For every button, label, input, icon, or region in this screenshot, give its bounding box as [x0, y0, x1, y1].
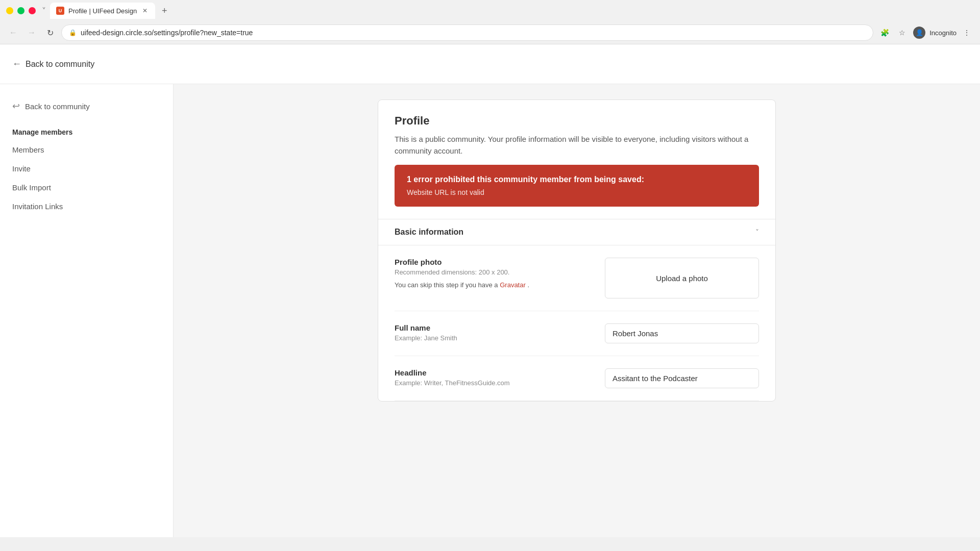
- main-content: Profile This is a public community. Your…: [174, 84, 980, 537]
- forward-nav-button[interactable]: →: [24, 26, 39, 40]
- headline-input-col: [605, 368, 759, 388]
- sidebar-item-invitation-links[interactable]: Invitation Links: [0, 197, 173, 216]
- new-tab-button[interactable]: +: [157, 4, 172, 18]
- browser-chrome: ˅ U Profile | UIFeed Design ✕ + ← → ↻ 🔒 …: [0, 0, 980, 44]
- gravatar-hint: You can skip this step if you have a Gra…: [395, 281, 589, 289]
- full-name-label-col: Full name Example: Jane Smith: [395, 323, 589, 342]
- refresh-button[interactable]: ↻: [43, 26, 57, 40]
- lock-icon: 🔒: [69, 29, 77, 36]
- incognito-icon: 👤: [913, 27, 925, 39]
- content-card: Profile This is a public community. Your…: [378, 99, 776, 402]
- back-nav-button[interactable]: ←: [6, 26, 20, 40]
- full-name-label: Full name: [395, 323, 589, 332]
- sidebar-item-members[interactable]: Members: [0, 140, 173, 159]
- chevron-down-icon: ˅: [755, 228, 759, 236]
- sidebar-back-link[interactable]: ↩ Back to community: [0, 96, 173, 122]
- gravatar-hint-prefix: You can skip this step if you have a: [395, 281, 500, 289]
- error-title: 1 error prohibited this community member…: [407, 175, 747, 184]
- close-button[interactable]: [29, 7, 36, 14]
- url-text: uifeed-design.circle.so/settings/profile…: [81, 29, 866, 37]
- upload-photo-label: Upload a photo: [656, 274, 708, 283]
- browser-toolbar: ← → ↻ 🔒 uifeed-design.circle.so/settings…: [0, 21, 980, 44]
- tab-close-button[interactable]: ✕: [141, 7, 149, 15]
- top-bar: ← Back to community: [0, 44, 980, 84]
- profile-photo-label-col: Profile photo Recommended dimensions: 20…: [395, 258, 589, 289]
- sidebar-item-bulk-import[interactable]: Bulk Import: [0, 178, 173, 197]
- back-arrow-icon: ←: [12, 59, 21, 69]
- gravatar-link[interactable]: Gravatar: [500, 281, 526, 289]
- error-detail: Website URL is not valid: [407, 188, 747, 196]
- minimize-button[interactable]: [6, 7, 13, 14]
- headline-hint: Example: Writer, TheFitnessGuide.com: [395, 379, 589, 387]
- headline-label-col: Headline Example: Writer, TheFitnessGuid…: [395, 368, 589, 387]
- full-name-input-col: [605, 323, 759, 343]
- card-header: Profile This is a public community. Your…: [378, 100, 775, 165]
- profile-button[interactable]: 👤: [912, 26, 926, 40]
- bookmark-button[interactable]: ☆: [895, 26, 909, 40]
- profile-photo-input-col: Upload a photo: [605, 258, 759, 298]
- card-title: Profile: [395, 114, 759, 128]
- page-wrapper: ← Back to community ↩ Back to community …: [0, 44, 980, 537]
- title-bar: ˅ U Profile | UIFeed Design ✕ +: [0, 0, 980, 21]
- sidebar-back-label: Back to community: [25, 102, 90, 111]
- upload-photo-button[interactable]: Upload a photo: [605, 258, 759, 298]
- full-name-input[interactable]: [605, 323, 759, 343]
- sidebar-back-icon: ↩: [12, 101, 20, 112]
- profile-photo-row: Profile photo Recommended dimensions: 20…: [395, 245, 759, 311]
- tab-overflow-icon: ˅: [42, 6, 46, 16]
- basic-info-title: Basic information: [395, 228, 463, 237]
- basic-info-section-header[interactable]: Basic information ˅: [378, 219, 775, 245]
- menu-button[interactable]: ⋮: [960, 26, 974, 40]
- full-name-hint: Example: Jane Smith: [395, 334, 589, 342]
- profile-photo-hint: Recommended dimensions: 200 x 200.: [395, 268, 589, 276]
- gravatar-hint-suffix: .: [527, 281, 529, 289]
- sidebar: ↩ Back to community Manage members Membe…: [0, 84, 174, 537]
- profile-photo-label: Profile photo: [395, 258, 589, 266]
- incognito-label: Incognito: [929, 29, 957, 37]
- toolbar-right: 🧩 ☆ 👤 Incognito ⋮: [877, 26, 974, 40]
- back-to-community-top-label: Back to community: [26, 60, 94, 69]
- browser-tab[interactable]: U Profile | UIFeed Design ✕: [50, 3, 155, 19]
- address-bar[interactable]: 🔒 uifeed-design.circle.so/settings/profi…: [61, 24, 873, 41]
- form-section: Profile photo Recommended dimensions: 20…: [378, 245, 775, 401]
- page-layout: ↩ Back to community Manage members Membe…: [0, 84, 980, 537]
- headline-row: Headline Example: Writer, TheFitnessGuid…: [395, 356, 759, 401]
- tab-favicon: U: [56, 7, 64, 15]
- window-controls: [6, 7, 36, 14]
- headline-input[interactable]: [605, 368, 759, 388]
- extensions-button[interactable]: 🧩: [877, 26, 892, 40]
- full-name-row: Full name Example: Jane Smith: [395, 311, 759, 356]
- manage-members-title: Manage members: [0, 122, 173, 140]
- sidebar-item-invite[interactable]: Invite: [0, 159, 173, 178]
- headline-label: Headline: [395, 368, 589, 377]
- maximize-button[interactable]: [17, 7, 24, 14]
- error-banner: 1 error prohibited this community member…: [395, 165, 759, 207]
- tab-title: Profile | UIFeed Design: [68, 7, 137, 15]
- back-to-community-top-link[interactable]: ← Back to community: [12, 59, 968, 69]
- card-description: This is a public community. Your profile…: [395, 134, 759, 157]
